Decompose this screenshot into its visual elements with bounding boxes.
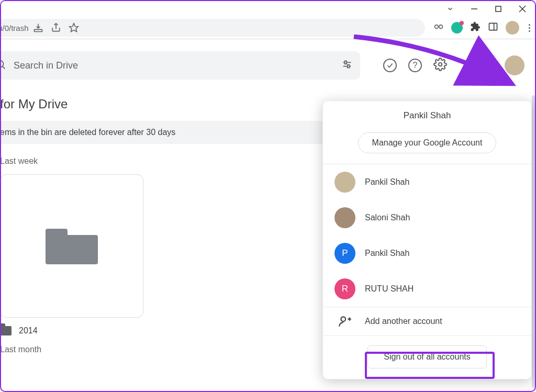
add-account-icon xyxy=(334,315,355,328)
apps-grid-icon[interactable] xyxy=(474,60,486,71)
address-bar[interactable]: /u/0/trash xyxy=(0,19,425,37)
svg-rect-1 xyxy=(496,6,501,12)
scrollbar[interactable] xyxy=(532,95,535,388)
svg-rect-4 xyxy=(34,29,42,31)
install-app-icon[interactable] xyxy=(33,23,43,33)
svg-rect-16 xyxy=(348,64,350,68)
settings-gear-icon[interactable] xyxy=(433,58,447,73)
account-switch-row[interactable]: Pankil Shah xyxy=(323,164,531,200)
extension-link-icon[interactable] xyxy=(433,21,444,34)
help-icon[interactable]: ? xyxy=(408,59,422,72)
account-avatar-icon: R xyxy=(334,278,355,299)
account-avatar-icon: P xyxy=(334,243,355,264)
offline-ready-icon[interactable] xyxy=(383,59,397,72)
account-name-label: RUTU SHAH xyxy=(365,284,414,294)
tune-icon[interactable] xyxy=(341,59,353,73)
browser-profile-avatar[interactable] xyxy=(506,21,519,35)
file-name: 2014 xyxy=(19,326,38,335)
window-close-icon[interactable] xyxy=(517,4,528,14)
extensions-puzzle-icon[interactable] xyxy=(470,21,481,34)
account-avatar[interactable] xyxy=(505,55,524,75)
svg-point-11 xyxy=(0,60,4,67)
browser-toolbar: /u/0/trash xyxy=(1,17,535,39)
overflow-chevron-icon[interactable] xyxy=(445,4,455,14)
search-icon xyxy=(0,59,6,73)
drive-header: Search in Drive ? xyxy=(1,39,535,92)
folder-thumbnail[interactable] xyxy=(0,174,143,318)
account-switch-row[interactable]: Saloni Shah xyxy=(323,200,531,236)
search-placeholder: Search in Drive xyxy=(14,60,78,71)
svg-point-17 xyxy=(439,63,442,66)
account-name-label: Pankil Shah xyxy=(365,249,409,258)
extension-green-icon[interactable] xyxy=(451,22,463,33)
account-name-label: Saloni Shah xyxy=(365,213,410,222)
svg-point-8 xyxy=(439,25,443,29)
bookmark-star-icon[interactable] xyxy=(69,23,79,33)
window-minimize-icon[interactable] xyxy=(469,4,479,14)
url-text: /u/0/trash xyxy=(0,24,29,32)
account-avatar-icon xyxy=(334,172,355,193)
svg-line-12 xyxy=(3,66,5,69)
svg-rect-9 xyxy=(489,23,497,30)
svg-point-7 xyxy=(435,25,439,29)
account-name-label: Pankil Shah xyxy=(365,177,409,187)
folder-icon xyxy=(46,228,98,264)
window-maximize-icon[interactable] xyxy=(493,4,504,14)
account-switch-row[interactable]: RRUTU SHAH xyxy=(323,271,531,307)
svg-point-18 xyxy=(341,317,345,321)
current-account-name: Pankil Shah xyxy=(323,101,531,132)
sidepanel-icon[interactable] xyxy=(488,21,498,34)
browser-menu-icon[interactable] xyxy=(527,24,532,32)
svg-rect-15 xyxy=(344,61,347,64)
folder-mini-icon xyxy=(0,326,12,335)
window-titlebar xyxy=(1,1,535,17)
manage-account-button[interactable]: Manage your Google Account xyxy=(358,132,497,153)
account-switch-row[interactable]: PPankil Shah xyxy=(323,236,531,271)
add-account-label: Add another account xyxy=(365,317,442,326)
add-account-row[interactable]: Add another account xyxy=(323,307,531,335)
signout-button[interactable]: Sign out of all accounts xyxy=(367,345,486,368)
extension-icons xyxy=(428,21,532,35)
search-input[interactable]: Search in Drive xyxy=(0,51,360,80)
account-avatar-icon xyxy=(334,207,355,228)
account-popup: Pankil Shah Manage your Google Account P… xyxy=(322,100,532,379)
svg-marker-6 xyxy=(69,24,78,32)
share-icon[interactable] xyxy=(51,23,61,33)
